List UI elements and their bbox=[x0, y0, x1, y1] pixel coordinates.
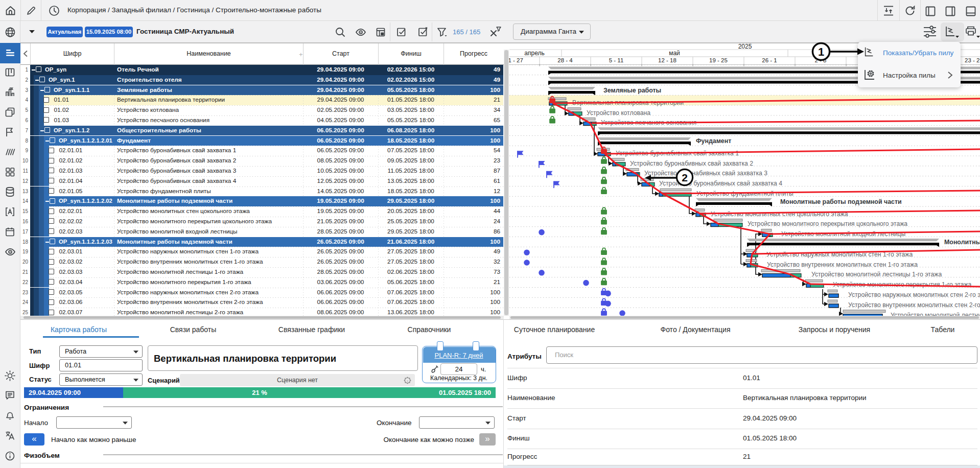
svg-text:28 - 4: 28 - 4 bbox=[557, 57, 573, 63]
svg-text:Земляные работы: Земляные работы bbox=[603, 87, 661, 94]
svg-text:23 - 29: 23 - 29 bbox=[965, 57, 980, 63]
svg-text:Устройство котлована: Устройство котлована bbox=[587, 109, 650, 116]
svg-text:19 - 25: 19 - 25 bbox=[709, 57, 728, 63]
svg-text:Монолитные работы подземной ча: Монолитные работы подземной части bbox=[780, 198, 902, 205]
svg-text:май: май bbox=[669, 50, 680, 57]
svg-text:Устройство наружных монолитных: Устройство наружных монолитных стен 2-го… bbox=[848, 291, 980, 298]
svg-text:5 - 11: 5 - 11 bbox=[609, 57, 624, 63]
svg-text:26 - 1: 26 - 1 bbox=[762, 57, 777, 63]
svg-text:1: 1 bbox=[818, 45, 824, 58]
svg-text:Устройство монолитной лестницы: Устройство монолитной лестницы 1-го этаж… bbox=[811, 271, 942, 278]
svg-text:Устройство буронабивных свай з: Устройство буронабивных свай захватка 2 bbox=[630, 160, 753, 167]
svg-text:Устройство внутренних монолитн: Устройство внутренних монолитных стен 2-… bbox=[848, 301, 980, 309]
svg-text:Устройство буронабивных свай з: Устройство буронабивных свай захватка 3 bbox=[644, 170, 767, 177]
svg-text:Фундамент: Фундамент bbox=[696, 137, 731, 145]
svg-text:Устройство монолитного перекры: Устройство монолитного перекрытия цоколь… bbox=[748, 220, 907, 227]
svg-text:»: » bbox=[407, 379, 408, 382]
svg-text:Устройство внутренних монолитн: Устройство внутренних монолитных стен 1-… bbox=[767, 261, 918, 268]
svg-text:2: 2 bbox=[682, 172, 688, 183]
svg-text:Монолитные работы надземной ча: Монолитные работы надземной части bbox=[944, 239, 980, 246]
svg-text:12 - 18: 12 - 18 bbox=[658, 57, 676, 63]
svg-text:2025: 2025 bbox=[738, 43, 752, 50]
svg-text:апрель: апрель bbox=[524, 50, 544, 57]
